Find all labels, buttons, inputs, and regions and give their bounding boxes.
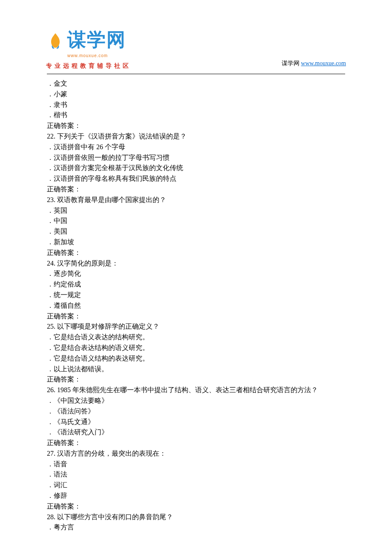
option-item: ．它是结合语义结构的表达研究。: [47, 353, 345, 364]
logo-title-group: 谋学网 www.mouxue.com: [67, 26, 126, 59]
option-item: ．中国: [47, 216, 345, 226]
question-line: 25. 以下哪项是对修辞学的正确定义？: [47, 321, 345, 332]
question-number: 24.: [47, 260, 57, 267]
option-item: ．小篆: [47, 89, 345, 100]
page-header: 谋学网 www.mouxue.com 专业远程教育辅导社区 谋学网 www.mo…: [0, 0, 392, 70]
question-text: 下列关于《汉语拼音方案》说法错误的是？: [57, 133, 187, 140]
question-line: 28. 以下哪些方言中没有闭口的鼻音韵尾？: [47, 512, 345, 523]
answer-label: 正确答案：: [47, 248, 345, 258]
question-text: 以下哪项是对修辞学的正确定义？: [57, 323, 159, 330]
answer-label: 正确答案：: [47, 501, 345, 512]
option-item: ．以上说法都错误。: [47, 364, 345, 375]
logo-top: 谋学网 www.mouxue.com: [46, 26, 131, 59]
logo-flame-icon: [46, 32, 65, 52]
option-item: ．隶书: [47, 100, 345, 110]
site-label: 谋学网: [282, 60, 301, 66]
option-item: ．《马氏文通》: [47, 417, 345, 428]
answer-label: 正确答案：: [47, 374, 345, 385]
question-number: 27.: [47, 450, 57, 457]
option-item: ．新加坡: [47, 237, 345, 248]
answer-label: 正确答案：: [47, 184, 345, 195]
document-content: ．金文 ．小篆 ．隶书 ．楷书 正确答案： 22. 下列关于《汉语拼音方案》说法…: [0, 78, 392, 533]
option-item: ．粤方言: [47, 522, 345, 533]
question-text: 汉字简化的原则是：: [57, 260, 118, 267]
question-text: 汉语方言的分歧，最突出的表现在：: [57, 450, 166, 457]
option-item: ．《语法研究入门》: [47, 427, 345, 438]
option-item: ．汉语拼音中有 26 个字母: [47, 142, 345, 153]
option-item: ．修辞: [47, 491, 345, 501]
option-item: ．逐步简化: [47, 269, 345, 279]
question-number: 25.: [47, 323, 57, 330]
option-item: ．金文: [47, 78, 345, 89]
question-number: 23.: [47, 196, 57, 203]
question-text: 双语教育最早是由哪个国家提出的？: [57, 196, 166, 203]
option-item: ．统一规定: [47, 290, 345, 301]
answer-label: 正确答案：: [47, 121, 345, 131]
option-item: ．《语法问答》: [47, 406, 345, 417]
question-line: 22. 下列关于《汉语拼音方案》说法错误的是？: [47, 131, 345, 142]
option-item: ．词汇: [47, 480, 345, 491]
site-link[interactable]: www.mouxue.com: [301, 60, 346, 66]
logo-tagline: 专业远程教育辅导社区: [46, 61, 131, 70]
option-item: ．汉语拼音的字母名称具有我们民族的特点: [47, 173, 345, 184]
question-text: 1985 年朱德熙先生在哪一本书中提出了结构、语义、表达三者相结合研究语言的方法…: [57, 386, 318, 393]
question-line: 27. 汉语方言的分歧，最突出的表现在：: [47, 448, 345, 459]
logo-text: 谋学网: [67, 26, 126, 54]
question-line: 24. 汉字简化的原则是：: [47, 258, 345, 269]
question-number: 22.: [47, 133, 57, 140]
option-item: ．汉语拼音依照一般的拉丁字母书写习惯: [47, 153, 345, 163]
option-item: ．语法: [47, 469, 345, 480]
option-item: ．遵循自然: [47, 301, 345, 311]
question-line: 23. 双语教育最早是由哪个国家提出的？: [47, 195, 345, 205]
option-item: ．《中国文法要略》: [47, 396, 345, 406]
option-item: ．汉语拼音方案完全根基于汉民族的文化传统: [47, 163, 345, 173]
question-line: 26. 1985 年朱德熙先生在哪一本书中提出了结构、语义、表达三者相结合研究语…: [47, 385, 345, 396]
option-item: ．约定俗成: [47, 279, 345, 290]
answer-label: 正确答案：: [47, 311, 345, 322]
option-item: ．楷书: [47, 110, 345, 121]
option-item: ．它是结合表达结构的语义研究。: [47, 343, 345, 353]
answer-label: 正确答案：: [47, 438, 345, 448]
question-number: 26.: [47, 386, 57, 393]
question-number: 28.: [47, 513, 57, 520]
option-item: ．语音: [47, 459, 345, 470]
site-credit: 谋学网 www.mouxue.com: [282, 59, 346, 70]
question-text: 以下哪些方言中没有闭口的鼻音韵尾？: [57, 513, 173, 520]
header-divider: [47, 74, 345, 74]
option-item: ．英国: [47, 205, 345, 216]
logo-block: 谋学网 www.mouxue.com 专业远程教育辅导社区: [46, 26, 131, 70]
option-item: ．美国: [47, 226, 345, 237]
option-item: ．它是结合语义表达的结构研究。: [47, 332, 345, 343]
